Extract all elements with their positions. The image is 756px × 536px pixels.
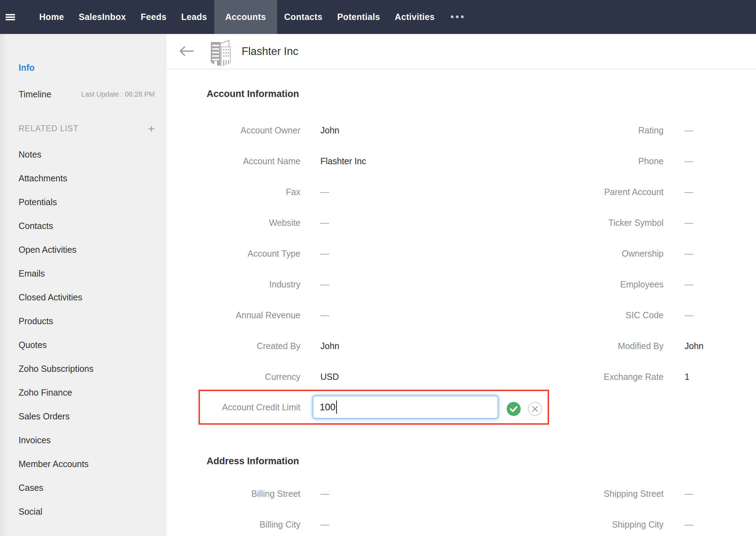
field-row-rating: Rating — — [516, 115, 756, 146]
tab-home[interactable]: Home — [32, 0, 71, 34]
tab-leads[interactable]: Leads — [174, 0, 214, 34]
field-label-account-type: Account Type — [166, 249, 300, 259]
text-caret — [336, 401, 337, 414]
page-title: Flashter Inc — [242, 34, 298, 69]
record-header: Flashter Inc — [166, 34, 756, 69]
sidebar-item-cases[interactable]: Cases — [0, 476, 166, 500]
field-label-created-by: Created By — [166, 341, 300, 351]
sidebar-item-closed-activities[interactable]: Closed Activities — [0, 285, 166, 309]
related-list-header: RELATED LIST + — [19, 121, 155, 136]
field-value-ownership: — — [685, 249, 693, 259]
field-label-ticker-symbol: Ticker Symbol — [516, 218, 664, 228]
sidebar-item-info[interactable]: Info — [19, 63, 35, 73]
sidebar-item-social[interactable]: Social — [0, 500, 166, 523]
field-label-sic-code: SIC Code — [516, 310, 664, 320]
field-value-ticker-symbol: — — [685, 218, 693, 228]
field-row-website: Website — — [166, 207, 516, 238]
field-row-phone: Phone — — [516, 146, 756, 176]
field-value-currency: USD — [320, 372, 339, 382]
field-value-modified-by: John — [685, 341, 703, 351]
field-label-annual-revenue: Annual Revenue — [166, 310, 300, 320]
timeline-last-update: Last Update : 06:28 PM — [81, 90, 155, 98]
field-value-billing-city: — — [320, 520, 329, 530]
field-label-currency: Currency — [166, 372, 300, 382]
sidebar-item-member-accounts[interactable]: Member Accounts — [0, 452, 166, 476]
sidebar-item-sales-orders[interactable]: Sales Orders — [0, 404, 166, 428]
field-row-billing-city: Billing City — — [166, 509, 516, 536]
field-row-parent-account: Parent Account — — [516, 176, 756, 207]
sidebar-item-notes[interactable]: Notes — [0, 142, 166, 166]
field-value-annual-revenue: — — [320, 310, 329, 320]
sidebar-item-contacts[interactable]: Contacts — [0, 214, 166, 238]
sidebar-item-attachments[interactable]: Attachments — [0, 166, 166, 190]
building-icon — [209, 38, 233, 66]
field-label-industry: Industry — [166, 279, 300, 290]
tab-potentials[interactable]: Potentials — [330, 0, 387, 34]
field-row-shipping-street: Shipping Street — — [516, 478, 756, 509]
tab-feeds[interactable]: Feeds — [133, 0, 174, 34]
related-list-items: Notes Attachments Potentials Contacts Op… — [0, 142, 166, 523]
sidebar-item-quotes[interactable]: Quotes — [0, 333, 166, 357]
add-related-list-icon[interactable]: + — [148, 123, 155, 134]
tab-salesinbox[interactable]: SalesInbox — [71, 0, 133, 34]
field-value-phone: — — [685, 156, 693, 166]
field-row-account-type: Account Type — — [166, 238, 516, 269]
tab-accounts[interactable]: Accounts — [214, 0, 277, 34]
field-row-exchange-rate: Exchange Rate 1 — [516, 361, 756, 392]
field-row-ticker-symbol: Ticker Symbol — — [516, 207, 756, 238]
field-label-website: Website — [166, 218, 300, 228]
section-title-address-information: Address Information — [207, 456, 299, 467]
more-tabs-icon[interactable]: ••• — [442, 0, 474, 34]
field-value-created-by: John — [320, 341, 339, 351]
tab-activities[interactable]: Activities — [387, 0, 442, 34]
field-row-ownership: Ownership — — [516, 238, 756, 269]
field-label-billing-city: Billing City — [166, 520, 300, 530]
field-row-created-by: Created By John — [166, 330, 516, 361]
field-value-employees: — — [685, 279, 693, 290]
field-value-account-type: — — [320, 249, 329, 259]
sidebar-item-open-activities[interactable]: Open Activities — [0, 238, 166, 262]
field-value-billing-street: — — [320, 489, 329, 499]
field-label-employees: Employees — [516, 279, 664, 290]
field-value-sic-code: — — [685, 310, 693, 320]
sidebar-item-products[interactable]: Products — [0, 309, 166, 333]
field-label-shipping-street: Shipping Street — [516, 489, 664, 499]
field-value-shipping-street: — — [685, 489, 693, 499]
annotation-highlight-box: Account Credit Limit 100 — [199, 390, 549, 425]
account-credit-limit-value: 100 — [320, 402, 335, 413]
field-row-account-owner: Account Owner John — [166, 115, 516, 146]
field-value-account-owner: John — [320, 125, 339, 135]
field-value-account-name: Flashter Inc — [320, 156, 366, 166]
hamburger-menu-icon[interactable] — [6, 14, 15, 20]
confirm-check-button[interactable] — [507, 402, 521, 416]
field-label-parent-account: Parent Account — [516, 187, 664, 197]
field-row-account-name: Account Name Flashter Inc — [166, 146, 516, 176]
field-row-annual-revenue: Annual Revenue — — [166, 300, 516, 330]
field-label-exchange-rate: Exchange Rate — [516, 372, 664, 382]
field-value-exchange-rate: 1 — [685, 372, 689, 382]
cancel-x-button[interactable] — [528, 402, 542, 416]
sidebar-item-timeline[interactable]: Timeline — [19, 89, 51, 99]
field-value-website: — — [320, 218, 329, 228]
field-label-modified-by: Modified By — [516, 341, 664, 351]
field-value-industry: — — [320, 279, 329, 290]
back-arrow-icon[interactable] — [179, 45, 194, 57]
account-credit-limit-input[interactable]: 100 — [313, 396, 498, 419]
field-value-fax: — — [320, 187, 329, 197]
field-row-billing-street: Billing Street — — [166, 478, 516, 509]
sidebar-item-zoho-subscriptions[interactable]: Zoho Subscriptions — [0, 357, 166, 381]
tab-contacts[interactable]: Contacts — [277, 0, 330, 34]
field-row-modified-by: Modified By John — [516, 330, 756, 361]
field-label-account-name: Account Name — [166, 156, 300, 166]
field-value-rating: — — [685, 125, 693, 135]
field-label-phone: Phone — [516, 156, 664, 166]
main-content: Flashter Inc Account Information Account… — [166, 34, 756, 536]
sidebar-item-potentials[interactable]: Potentials — [0, 190, 166, 214]
sidebar-item-emails[interactable]: Emails — [0, 262, 166, 285]
section-title-account-information: Account Information — [207, 89, 299, 99]
field-row-employees: Employees — — [516, 269, 756, 300]
related-list-title: RELATED LIST — [19, 124, 78, 133]
field-row-shipping-city: Shipping City — — [516, 509, 756, 536]
sidebar-item-invoices[interactable]: Invoices — [0, 428, 166, 452]
sidebar-item-zoho-finance[interactable]: Zoho Finance — [0, 381, 166, 404]
